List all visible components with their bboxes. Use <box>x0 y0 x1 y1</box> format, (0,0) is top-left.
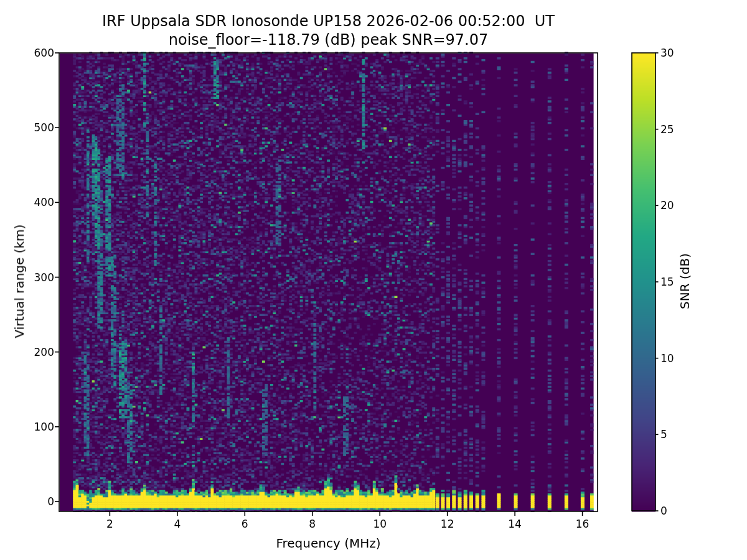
colorbar-tick-label: 25 <box>660 123 688 136</box>
x-tick-label: 10 <box>361 518 398 530</box>
x-tick-label: 14 <box>496 518 533 530</box>
y-tick-label: 600 <box>23 47 54 59</box>
chart-title: IRF Uppsala SDR Ionosonde UP158 2026-02-… <box>59 12 598 30</box>
x-tick-label: 4 <box>159 518 196 530</box>
colorbar-tick-label: 0 <box>660 505 688 517</box>
x-tick-label: 8 <box>294 518 331 530</box>
x-tick-label: 6 <box>226 518 263 530</box>
colorbar-tick-label: 20 <box>660 199 688 212</box>
x-tick-label: 12 <box>429 518 466 530</box>
colorbar-tick-label: 10 <box>660 352 688 365</box>
colorbar-tick-label: 5 <box>660 428 688 441</box>
colorbar-tick-label: 15 <box>660 276 688 288</box>
y-tick-label: 400 <box>23 196 54 208</box>
x-axis-label: Frequency (MHz) <box>59 536 598 551</box>
ionogram-heatmap-canvas <box>0 0 747 560</box>
x-tick-label: 2 <box>91 518 128 530</box>
colorbar-tick-label: 30 <box>660 47 688 59</box>
chart-subtitle: noise_floor=-118.79 (dB) peak SNR=97.07 <box>59 31 598 49</box>
x-tick-label: 16 <box>564 518 601 530</box>
y-tick-label: 300 <box>23 271 54 284</box>
y-tick-label: 500 <box>23 121 54 134</box>
y-tick-label: 200 <box>23 346 54 358</box>
ionogram-figure: IRF Uppsala SDR Ionosonde UP158 2026-02-… <box>0 0 747 560</box>
y-tick-label: 0 <box>23 495 54 508</box>
y-tick-label: 100 <box>23 421 54 433</box>
